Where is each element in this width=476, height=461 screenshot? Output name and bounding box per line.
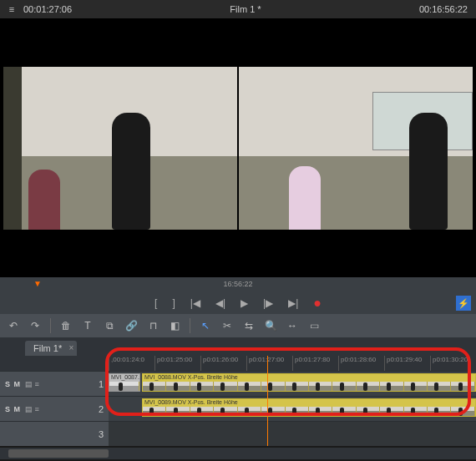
sequence-tabs: Film 1* × [0, 337, 476, 356]
magnet-button[interactable]: ⊓ [146, 320, 160, 332]
hamburger-menu-icon[interactable]: ≡ [5, 4, 18, 14]
horizontal-scrollbar[interactable] [0, 448, 476, 459]
ruler-tick: ,00:01:24:0 [109, 356, 154, 371]
track-row-1: S M ▤ ≡ 1 MVI_0087.MO MVI_0088.MOV X-Pos… [0, 371, 476, 396]
range-end-button[interactable]: ] [172, 297, 175, 309]
preview-pane-right[interactable] [239, 67, 473, 230]
transport-controls: [ ] |◀ ◀| ▶ |▶ ▶| ● ⚡ [0, 292, 476, 314]
project-title: Film 1 * [72, 4, 419, 14]
track-body-3[interactable] [109, 422, 476, 446]
solo-mute-label[interactable]: S M [5, 405, 21, 413]
object-tool-button[interactable]: ▭ [307, 320, 321, 332]
preview-monitor [0, 18, 476, 277]
razor-tool-button[interactable]: ✂ [220, 320, 234, 332]
zoom-tool-button[interactable]: 🔍 [264, 320, 277, 332]
track-number: 3 [99, 429, 104, 439]
title-bar: ≡ 00:01:27:06 Film 1 * 00:16:56:22 [0, 0, 476, 18]
range-start-button[interactable]: [ [154, 297, 157, 309]
track-row-3: 3 [0, 421, 476, 446]
tab-label: Film 1* [33, 343, 62, 353]
clip-mvi0089[interactable]: MVI_0089.MOV X-Pos. Breite Höhe [142, 398, 476, 417]
track-body-2[interactable]: MVI_0089.MOV X-Pos. Breite Höhe [109, 397, 476, 421]
play-button[interactable]: ▶ [241, 297, 248, 309]
slip-tool-button[interactable]: ⇆ [242, 320, 256, 332]
flash-button[interactable]: ⚡ [456, 296, 471, 311]
playhead-line[interactable] [267, 356, 268, 446]
solo-mute-label[interactable]: S M [5, 380, 21, 388]
transport-scrub-strip[interactable]: ▼ 16:56:22 [0, 277, 476, 292]
track-number: 1 [99, 379, 104, 389]
track-options-icon[interactable]: ▤ ≡ [25, 380, 39, 388]
delete-button[interactable]: 🗑 [59, 320, 73, 332]
link-button[interactable]: 🔗 [124, 320, 138, 332]
track-number: 2 [99, 404, 104, 414]
track-header-2[interactable]: S M ▤ ≡ 2 [0, 397, 109, 421]
timeline: ,00:01:24:0 p0:01:25:00 p0:01:26:00 p0:0… [0, 356, 476, 446]
clip-label: MVI_0089.MOV X-Pos. Breite Höhe [143, 398, 475, 407]
prev-marker-button[interactable]: |◀ [190, 297, 200, 309]
tab-film1[interactable]: Film 1* × [25, 341, 77, 356]
group-button[interactable]: ⧉ [103, 320, 116, 332]
clip-mvi0087[interactable]: MVI_0087.MO [109, 373, 140, 392]
track-header-1[interactable]: S M ▤ ≡ 1 [0, 372, 109, 396]
step-forward-button[interactable]: |▶ [263, 297, 273, 309]
duration-label: 16:56:22 [223, 280, 252, 288]
step-back-button[interactable]: ◀| [215, 297, 225, 309]
track-row-2: S M ▤ ≡ 2 MVI_0089.MOV X-Pos. Breite Höh… [0, 396, 476, 421]
timecode-right: 00:16:56:22 [419, 4, 468, 14]
marker-button[interactable]: ◧ [168, 320, 181, 332]
ruler-tick: p0:01:30:20 [430, 356, 476, 371]
undo-button[interactable]: ↶ [7, 320, 20, 332]
ruler-tick: p0:01:25:00 [154, 356, 200, 371]
record-button[interactable]: ● [313, 296, 322, 311]
ruler-tick: p0:01:27:00 [246, 356, 292, 371]
ruler-tick: p0:01:27:80 [292, 356, 338, 371]
next-marker-button[interactable]: ▶| [288, 297, 298, 309]
edit-toolbar: ↶ ↷ 🗑 T ⧉ 🔗 ⊓ ◧ ↖ ✂ ⇆ 🔍 ↔ ▭ [0, 314, 476, 337]
clip-label: MVI_0087.MO [109, 373, 139, 382]
clip-label: MVI_0088.MOV X-Pos. Breite Höhe [143, 373, 475, 382]
ruler-tick: p0:01:29:40 [384, 356, 430, 371]
time-ruler[interactable]: ,00:01:24:0 p0:01:25:00 p0:01:26:00 p0:0… [0, 356, 476, 371]
ruler-tick: p0:01:26:00 [200, 356, 246, 371]
ruler-tick: p0:01:28:60 [338, 356, 384, 371]
stretch-tool-button[interactable]: ↔ [286, 320, 299, 332]
scrollbar-thumb[interactable] [8, 449, 109, 458]
cursor-tool-button[interactable]: ↖ [199, 320, 212, 332]
preview-pane-left[interactable] [3, 67, 237, 230]
playhead-marker-icon[interactable]: ▼ [33, 279, 42, 288]
track-options-icon[interactable]: ▤ ≡ [25, 405, 39, 413]
clip-mvi0088[interactable]: MVI_0088.MOV X-Pos. Breite Höhe [142, 373, 476, 392]
timecode-left: 00:01:27:06 [23, 4, 72, 14]
track-header-3[interactable]: 3 [0, 422, 109, 446]
redo-button[interactable]: ↷ [28, 320, 42, 332]
tab-close-icon[interactable]: × [68, 343, 73, 352]
title-button[interactable]: T [81, 320, 94, 332]
track-body-1[interactable]: MVI_0087.MO MVI_0088.MOV X-Pos. Breite H… [109, 372, 476, 396]
